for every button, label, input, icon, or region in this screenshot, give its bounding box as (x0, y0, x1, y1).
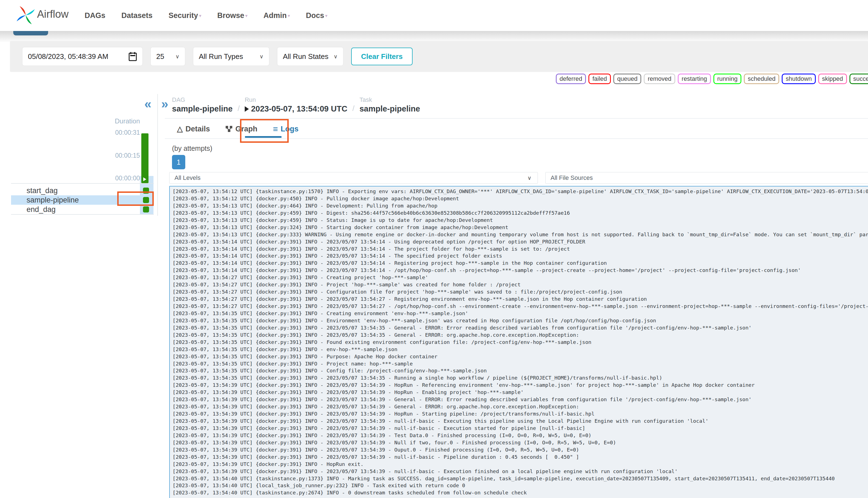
log-line: [2023-05-07, 13:54:35 UTC] {docker.py:39… (173, 317, 868, 324)
run-value[interactable]: 2023-05-07, 13:54:09 UTC (245, 104, 347, 114)
state-badge[interactable]: skipped (818, 74, 847, 84)
state-legend: deferredfailedqueuedremovedrestartingrun… (556, 74, 868, 84)
log-line: [2023-05-07, 13:54:13 UTC] {docker.py:33… (173, 231, 868, 238)
log-line: [2023-05-07, 13:54:39 UTC] {docker.py:39… (173, 396, 868, 403)
state-badge[interactable]: queued (613, 74, 641, 84)
nav-item[interactable]: Datasets▾ (121, 11, 152, 20)
duration-axis-label: Duration (105, 117, 140, 125)
log-line: [2023-05-07, 13:54:39 UTC] {docker.py:39… (173, 418, 868, 425)
state-badge[interactable]: restarting (678, 74, 711, 84)
log-line: [2023-05-07, 13:54:14 UTC] {docker.py:39… (173, 260, 868, 267)
chevron-down-icon: ▾ (288, 13, 290, 18)
base-date-value: 05/08/2023, 05:48:39 AM (28, 52, 108, 61)
run-states-value: All Run States (283, 52, 329, 61)
run-play-icon (143, 177, 146, 181)
log-line: [2023-05-07, 13:54:12 UTC] {docker.py:45… (173, 195, 868, 202)
nav-item[interactable]: Admin▾ (264, 11, 290, 20)
details-icon: △ (177, 125, 183, 133)
log-line: [2023-05-07, 13:54:14 UTC] {docker.py:39… (173, 238, 868, 245)
calendar-icon[interactable] (129, 52, 137, 61)
log-line: [2023-05-07, 13:54:40 UTC] {taskinstance… (173, 475, 868, 482)
run-types-value: All Run Types (199, 52, 243, 61)
task-label: Task (360, 96, 420, 104)
expand-details-icon[interactable]: » (161, 97, 169, 110)
log-line: [2023-05-07, 13:54:27 UTC] {docker.py:39… (173, 303, 868, 310)
run-types-select[interactable]: All Run Types ∨ (193, 47, 269, 66)
file-sources-select[interactable]: All File Sources (545, 172, 868, 184)
run-duration-bar[interactable] (141, 133, 148, 183)
chevron-down-icon: ∨ (259, 53, 264, 60)
chevron-down-icon: ▾ (245, 13, 248, 18)
log-line: [2023-05-07, 13:54:39 UTC] {docker.py:39… (173, 439, 868, 446)
attempt-1-tab[interactable]: 1 (172, 155, 185, 169)
log-output-panel[interactable]: [2023-05-07, 13:54:12 UTC] {taskinstance… (169, 186, 868, 498)
run-play-icon (245, 106, 249, 112)
log-line: [2023-05-07, 13:54:13 UTC] {docker.py:45… (173, 217, 868, 224)
task-name[interactable]: end_dag (27, 205, 143, 214)
log-line: [2023-05-07, 13:54:27 UTC] {docker.py:39… (173, 274, 868, 281)
state-badge[interactable]: running (713, 74, 742, 84)
file-sources-value: All File Sources (550, 174, 593, 182)
log-line: [2023-05-07, 13:54:35 UTC] {docker.py:39… (173, 367, 868, 374)
filter-bar: 05/08/2023, 05:48:39 AM 25 ∨ All Run Typ… (10, 41, 868, 72)
chevron-down-icon: ▾ (325, 13, 328, 18)
state-badge[interactable]: removed (644, 74, 675, 84)
chevron-down-icon: ∨ (175, 53, 179, 60)
run-states-select[interactable]: All Run States ∨ (277, 47, 344, 66)
dag-value[interactable]: sample-pipeline (172, 104, 232, 114)
log-line: [2023-05-07, 13:54:39 UTC] {docker.py:39… (173, 461, 868, 468)
base-date-input[interactable]: 05/08/2023, 05:48:39 AM (22, 47, 143, 66)
log-line: [2023-05-07, 13:54:35 UTC] {docker.py:39… (173, 346, 868, 353)
task-value[interactable]: sample-pipeline (360, 104, 420, 114)
nav-item[interactable]: Security▾ (169, 11, 201, 20)
task-row[interactable]: end_dag (11, 205, 154, 214)
breadcrumb: DAG sample-pipeline / Run 2023-05-07, 13… (172, 96, 420, 114)
log-line: [2023-05-07, 13:54:39 UTC] {docker.py:39… (173, 410, 868, 418)
nav-item[interactable]: Docs▾ (306, 11, 328, 20)
log-line: [2023-05-07, 13:54:13 UTC] {docker.py:46… (173, 202, 868, 209)
log-line: [2023-05-07, 13:54:35 UTC] {docker.py:39… (173, 360, 868, 367)
grid-divider (11, 183, 154, 184)
nav-item[interactable]: DAGs▾ (85, 11, 105, 20)
duration-tick-label: 00:00:15 (115, 152, 140, 159)
log-line: [2023-05-07, 13:54:35 UTC] {docker.py:39… (173, 310, 868, 317)
state-badge[interactable]: scheduled (744, 74, 779, 84)
airflow-logo-icon[interactable] (16, 5, 36, 25)
log-line: [2023-05-07, 13:54:39 UTC] {docker.py:39… (173, 381, 868, 389)
log-line: [2023-05-07, 13:54:35 UTC] {docker.py:39… (173, 324, 868, 331)
pane-splitter[interactable] (157, 94, 158, 216)
log-line: [2023-05-07, 13:54:14 UTC] {docker.py:39… (173, 245, 868, 253)
state-badge[interactable]: failed (588, 74, 611, 84)
page-size-select[interactable]: 25 ∨ (150, 47, 185, 66)
tab-details[interactable]: △ Details (177, 125, 210, 133)
breadcrumb-separator: / (238, 104, 240, 114)
nav-shadow (0, 31, 868, 42)
state-badge[interactable]: success (850, 74, 868, 84)
state-badge[interactable]: deferred (556, 74, 586, 84)
log-line: [2023-05-07, 13:54:39 UTC] {docker.py:39… (173, 432, 868, 439)
log-line: [2023-05-07, 13:54:39 UTC] {docker.py:39… (173, 389, 868, 396)
log-level-select[interactable]: All Levels ∨ (169, 172, 538, 184)
page-size-value: 25 (156, 52, 164, 61)
log-line: [2023-05-07, 13:54:27 UTC] {docker.py:39… (173, 281, 868, 288)
annotation-rectangle-logs-tab (240, 119, 289, 143)
top-navbar: Airflow DAGs▾Datasets▾Security▾Browse▾Ad… (0, 0, 868, 31)
collapse-grid-icon[interactable]: « (144, 97, 151, 110)
clear-filters-button[interactable]: Clear Filters (351, 48, 413, 65)
state-badge[interactable]: shutdown (782, 74, 815, 84)
duration-tick-label: 00:00:00 (115, 174, 140, 182)
chevron-down-icon: ∨ (527, 174, 532, 181)
brand-title: Airflow (37, 8, 69, 20)
log-line: [2023-05-07, 13:54:12 UTC] {taskinstance… (173, 188, 868, 195)
duration-tick-label: 00:00:31 (115, 129, 140, 136)
nav-item[interactable]: Browse▾ (217, 11, 248, 20)
log-line: [2023-05-07, 13:54:39 UTC] {docker.py:39… (173, 403, 868, 410)
log-line: [2023-05-07, 13:54:27 UTC] {docker.py:39… (173, 296, 868, 303)
duration-axis-ticks: 00:00:3100:00:1500:00:00 (83, 129, 140, 182)
header-divider (165, 118, 868, 119)
log-line: [2023-05-07, 13:54:39 UTC] {docker.py:39… (173, 468, 868, 475)
nav-menu: DAGs▾Datasets▾Security▾Browse▾Admin▾Docs… (85, 0, 328, 31)
task-instance-status-square[interactable] (143, 206, 149, 212)
log-line: [2023-05-07, 13:54:14 UTC] {docker.py:39… (173, 267, 868, 274)
log-line: [2023-05-07, 13:54:40 UTC] {local_task_j… (173, 482, 868, 489)
